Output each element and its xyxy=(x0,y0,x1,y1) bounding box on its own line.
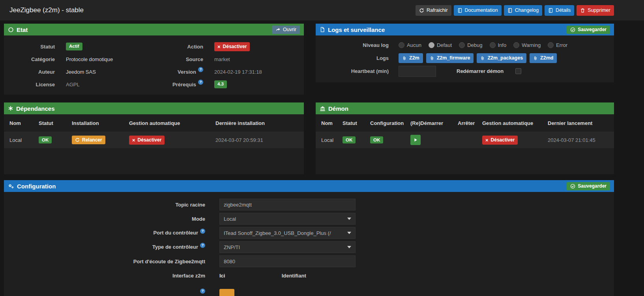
heartbeat-input[interactable] xyxy=(399,66,436,77)
radio-aucun[interactable]: Aucun xyxy=(399,42,421,48)
mode-label: Mode xyxy=(4,216,205,222)
configuration-header: Configuration Sauvegarder xyxy=(4,180,614,192)
radio-error[interactable]: Error xyxy=(548,42,567,48)
page-title: JeeZigbee (z2m) - stable xyxy=(9,6,84,14)
panel-etat: Etat Ouvrir Statut Actif Action × Désact… xyxy=(4,24,304,95)
radio-icon-checked[interactable] xyxy=(429,42,434,48)
truncated-orange-button[interactable] xyxy=(219,289,234,296)
log-z2m-firmware-button[interactable]: Z2m_firmware xyxy=(426,53,474,63)
etat-fields: Statut Actif Action × Désactiver Catégor… xyxy=(4,35,304,95)
last-installation-date: 2024-03-07 20:59:31 xyxy=(215,137,300,143)
table-row: Local OK Relancer × Désactiver xyxy=(4,132,304,148)
play-icon xyxy=(413,138,418,142)
file-icon xyxy=(320,27,325,32)
configuration-save-button[interactable]: Sauvegarder xyxy=(567,182,610,190)
port-ecoute-input[interactable] xyxy=(219,255,356,267)
paperclip-icon xyxy=(533,56,538,61)
refresh-button-label: Rafraichir xyxy=(427,8,448,13)
log-z2m-button[interactable]: Z2m xyxy=(399,53,423,63)
close-x-icon: × xyxy=(132,138,135,143)
page-content: Etat Ouvrir Statut Actif Action × Désact… xyxy=(4,24,614,296)
radio-icon[interactable] xyxy=(548,42,554,48)
statut-badge: Actif xyxy=(66,43,82,50)
paperclip-icon xyxy=(402,56,407,61)
caret-down-icon xyxy=(347,218,351,220)
details-button[interactable]: Détails xyxy=(545,5,574,16)
page-header: JeeZigbee (z2m) - stable Rafraichir Docu… xyxy=(0,0,644,20)
topic-racine-input[interactable] xyxy=(219,199,356,210)
help-icon[interactable]: ? xyxy=(200,229,205,234)
prerequis-label: Prérequis ? xyxy=(148,78,203,91)
radio-icon[interactable] xyxy=(459,42,465,48)
help-icon[interactable]: ? xyxy=(200,289,205,294)
restart-daemon-label: Redémarrer démon xyxy=(457,68,504,74)
configuration-body: Topic racine Mode Local Port du contrôle… xyxy=(4,192,614,296)
asterisk-icon xyxy=(8,106,13,111)
check-circle-icon xyxy=(570,184,575,189)
dependances-table-header: Nom Statut Installation Gestion automati… xyxy=(4,114,304,132)
panel-logs: Logs et surveillance Sauvegarder Niveau … xyxy=(316,24,614,82)
refresh-button[interactable]: Rafraichir xyxy=(416,5,451,16)
documentation-button-label: Documentation xyxy=(465,8,498,13)
panel-configuration: Configuration Sauvegarder Topic racine M… xyxy=(4,180,614,296)
license-value: AGPL xyxy=(66,78,137,91)
action-label: Action xyxy=(148,40,203,53)
logs-save-button[interactable]: Sauvegarder xyxy=(567,26,610,34)
share-arrow-icon xyxy=(275,27,281,32)
interface-ici-text: Ici xyxy=(219,273,280,279)
type-controleur-select[interactable]: ZNP/TI xyxy=(219,241,356,253)
version-label: Version ? xyxy=(148,65,203,78)
daemon-name: Local xyxy=(321,137,343,143)
table-row: Local OK OK × Désactiver xyxy=(316,132,614,148)
categorie-value: Protocole domotique xyxy=(66,53,137,65)
port-controleur-select[interactable]: ITead Sonoff_Zigbee_3.0_USB_Dongle_Plus … xyxy=(219,227,356,239)
trash-icon xyxy=(580,8,585,13)
radio-info[interactable]: Info xyxy=(490,42,507,48)
restart-daemon-checkbox[interactable] xyxy=(515,68,521,74)
disable-plugin-button[interactable]: × Désactiver xyxy=(214,42,250,51)
etat-title: Etat xyxy=(17,26,28,33)
port-ecoute-label: Port d'écoute de Zigbee2mqtt xyxy=(4,259,205,264)
disable-auto-daemon-button[interactable]: × Désactiver xyxy=(482,136,518,145)
help-icon[interactable]: ? xyxy=(198,80,203,85)
type-controleur-label: Type de contrôleur? xyxy=(4,244,205,250)
book-icon xyxy=(548,8,553,13)
topic-racine-label: Topic racine xyxy=(4,202,205,208)
heartbeat-label: Heartbeat (min) xyxy=(316,68,389,74)
paperclip-icon xyxy=(480,56,485,61)
disable-auto-dependencies-button[interactable]: × Désactiver xyxy=(129,136,165,145)
check-circle-icon xyxy=(570,27,575,32)
documentation-button[interactable]: Documentation xyxy=(454,5,502,16)
configuration-title: Configuration xyxy=(17,183,56,190)
changelog-button[interactable]: Changelog xyxy=(504,5,542,16)
radio-defaut[interactable]: Defaut xyxy=(429,42,452,48)
help-icon[interactable]: ? xyxy=(198,67,203,72)
radio-icon[interactable] xyxy=(490,42,496,48)
auteur-label: Auteur xyxy=(9,65,55,78)
help-icon[interactable]: ? xyxy=(200,243,205,248)
mode-select[interactable]: Local xyxy=(219,213,356,225)
daemon-config-badge: OK xyxy=(370,136,383,143)
bank-icon xyxy=(320,106,326,112)
delete-button[interactable]: Supprimer xyxy=(577,5,614,16)
logs-label: Logs xyxy=(316,55,389,61)
demon-header: Démon xyxy=(316,102,614,114)
auteur-value: Jeedom SAS xyxy=(66,65,137,78)
dependency-status-badge: OK xyxy=(39,136,52,143)
panel-dependances: Dépendances Nom Statut Installation Gest… xyxy=(4,102,304,174)
log-z2m-packages-button[interactable]: Z2m_packages xyxy=(477,53,526,63)
radio-debug[interactable]: Debug xyxy=(459,42,482,48)
log-z2md-button[interactable]: Z2md xyxy=(530,53,557,63)
statut-label: Statut xyxy=(9,40,55,53)
radio-icon[interactable] xyxy=(513,42,519,48)
log-level-radios: Aucun Defaut Debug Info Warning Error xyxy=(399,42,610,48)
close-x-icon: × xyxy=(485,138,489,143)
relaunch-dependencies-button[interactable]: Relancer xyxy=(72,136,105,144)
gears-icon xyxy=(8,183,14,189)
refresh-icon xyxy=(419,8,424,13)
radio-icon[interactable] xyxy=(399,42,404,48)
radio-warning[interactable]: Warning xyxy=(513,42,541,48)
open-button-label: Ouvrir xyxy=(283,27,296,32)
restart-daemon-button[interactable] xyxy=(410,135,421,145)
open-button[interactable]: Ouvrir xyxy=(272,26,300,34)
